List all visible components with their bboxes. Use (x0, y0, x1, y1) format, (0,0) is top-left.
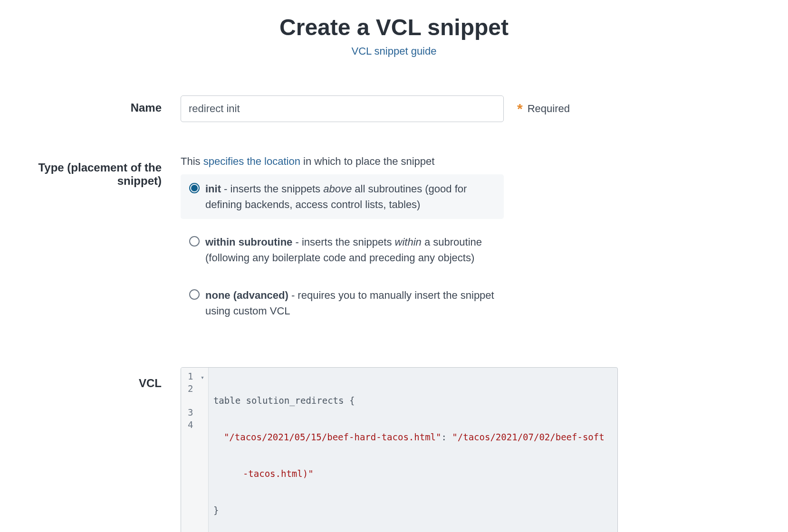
code-token: : (441, 432, 452, 442)
type-intro-prefix: This (181, 155, 203, 167)
name-row: Name * Required (19, 95, 769, 122)
code-token: } (213, 505, 219, 515)
radio-icon[interactable] (189, 183, 200, 193)
radio-option-within-subroutine[interactable]: within subroutine - inserts the snippets… (181, 228, 504, 272)
page-title: Create a VCL snippet (19, 14, 769, 40)
option-desc: - inserts the snippets (221, 183, 323, 195)
code-token: table (213, 395, 240, 406)
radio-text: none (advanced) - requires you to manual… (205, 287, 495, 319)
type-label: Type (placement of the snippet) (19, 155, 181, 188)
option-name: none (advanced) (205, 289, 288, 301)
vcl-code-editor[interactable]: 1 ▾ 2 3 4 table solution_redirects { "/t… (181, 367, 618, 532)
type-intro: This specifies the location in which to … (181, 155, 618, 168)
line-number: 1 (188, 371, 193, 381)
type-intro-suffix: in which to place the snippet (300, 155, 435, 167)
asterisk-icon: * (517, 102, 523, 116)
vcl-label: VCL (19, 367, 181, 390)
guide-link[interactable]: VCL snippet guide (19, 45, 769, 57)
code-token: "/tacos/2021/05/15/beef-hard-tacos.html" (224, 432, 442, 442)
option-name: init (205, 183, 221, 195)
required-indicator: * Required (517, 102, 570, 116)
radio-text: init - inserts the snippets above all su… (205, 181, 495, 212)
code-token: -tacos.html)" (243, 468, 314, 479)
code-body[interactable]: table solution_redirects { "/tacos/2021/… (209, 368, 617, 532)
line-number: 4 (188, 419, 193, 430)
option-em: above (323, 183, 352, 195)
name-label: Name (19, 95, 181, 114)
fold-icon[interactable]: ▾ (199, 373, 204, 382)
code-token: { (349, 395, 355, 406)
radio-option-init[interactable]: init - inserts the snippets above all su… (181, 174, 504, 219)
radio-icon[interactable] (189, 236, 200, 247)
required-text: Required (528, 103, 570, 115)
gutter: 1 ▾ 2 3 4 (181, 368, 209, 532)
radio-icon[interactable] (189, 289, 200, 300)
name-input[interactable] (181, 95, 504, 122)
type-row: Type (placement of the snippet) This spe… (19, 155, 769, 334)
radio-option-none[interactable]: none (advanced) - requires you to manual… (181, 281, 504, 325)
option-name: within subroutine (205, 236, 292, 248)
option-em: within (395, 236, 422, 248)
line-number: 2 (188, 383, 193, 394)
vcl-row: VCL 1 ▾ 2 3 4 table solution_redirects {… (19, 367, 769, 532)
code-token: "/tacos/2021/07/02/beef-soft (452, 432, 604, 442)
specifies-location-link[interactable]: specifies the location (203, 155, 300, 167)
radio-text: within subroutine - inserts the snippets… (205, 234, 495, 266)
option-desc: - inserts the snippets (292, 236, 394, 248)
code-token: solution_redirects (246, 395, 344, 406)
line-number: 3 (188, 407, 193, 418)
